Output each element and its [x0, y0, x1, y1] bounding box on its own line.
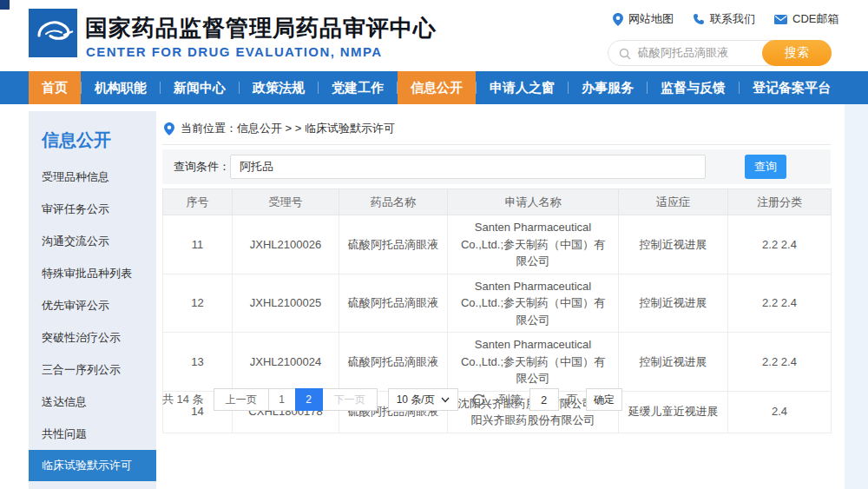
cell-seq-no: 13	[163, 333, 233, 392]
cell-registration-class: 2.4	[728, 391, 832, 433]
col-header-registration-class: 注册分类	[728, 189, 832, 215]
table-header-row: 序号 受理号 药品名称 申请人名称 适应症 注册分类	[163, 189, 832, 215]
breadcrumb-pin-icon	[164, 122, 174, 135]
nav-item-services[interactable]: 办事服务	[569, 71, 647, 104]
total-count-label: 共 14 条	[162, 392, 204, 407]
sidebar-title: 信息公开	[29, 111, 156, 161]
goto-page-label: 到第	[499, 392, 522, 407]
sidebar-item-special-approval-list[interactable]: 特殊审批品种列表	[29, 257, 156, 289]
page-subtitle: CENTER FOR DRUG EVALUATION, NMPA	[86, 44, 382, 59]
sidebar-item-common-issues[interactable]: 共性问题	[29, 418, 156, 450]
cell-seq-no: 12	[163, 274, 233, 333]
goto-page-input[interactable]	[529, 388, 559, 411]
cell-applicant-name: Santen Pharmaceutical Co.,Ltd.;参天制药（中国）有…	[448, 215, 619, 274]
pagination-bar: 共 14 条 上一页 1 2 下一页 10 条/页 到第 页 确定	[162, 388, 622, 411]
cde-bird-logo-icon	[29, 9, 77, 57]
sitemap-link[interactable]: 网站地图	[613, 11, 674, 27]
site-search-box: 搜索	[608, 40, 832, 66]
cell-applicant-name: Santen Pharmaceutical Co.,Ltd.;参天制药（中国）有…	[448, 333, 619, 392]
nav-item-applicant-window[interactable]: 申请人之窗	[477, 71, 568, 104]
cell-acceptance-no: JXHL2100025	[233, 274, 339, 333]
table-row: 12 JXHL2100025 硫酸阿托品滴眼液 Santen Pharmaceu…	[163, 274, 832, 333]
chevron-down-icon	[441, 397, 450, 403]
page-1-button[interactable]: 1	[268, 388, 296, 411]
sidebar-item-clinical-trial-implied-license[interactable]: 临床试验默示许可	[29, 450, 156, 481]
sidebar-item-review-tasks[interactable]: 审评任务公示	[29, 193, 156, 225]
cell-applicant-name: Santen Pharmaceutical Co.,Ltd.;参天制药（中国）有…	[448, 274, 619, 333]
sidebar-item-delivery-info[interactable]: 送达信息	[29, 386, 156, 418]
cell-indication: 控制近视进展	[619, 274, 728, 333]
col-header-seq-no: 序号	[163, 189, 233, 215]
main-navigation: 首页 机构职能 新闻中心 政策法规 党建工作 信息公开 申请人之窗 办事服务 监…	[0, 71, 868, 104]
header-utility-links: 网站地图 联系我们 CDE邮箱	[613, 11, 838, 27]
nav-item-supervision-feedback[interactable]: 监督与反馈	[648, 71, 739, 104]
sidebar-item-priority-review[interactable]: 优先审评公示	[29, 289, 156, 321]
cell-registration-class: 2.2 2.4	[728, 274, 832, 333]
col-header-applicant-name: 申请人名称	[448, 189, 619, 215]
cell-registration-class: 2.2 2.4	[728, 215, 832, 274]
site-search-button[interactable]: 搜索	[762, 40, 832, 66]
page-size-select[interactable]: 10 条/页	[388, 388, 458, 411]
cde-mail-link-label: CDE邮箱	[792, 11, 838, 27]
nav-item-information-disclosure[interactable]: 信息公开	[398, 71, 476, 104]
cell-seq-no: 11	[163, 215, 233, 274]
contact-us-link[interactable]: 联系我们	[693, 11, 755, 27]
site-search-input[interactable]	[638, 42, 760, 64]
sidebar-item-breakthrough-therapy[interactable]: 突破性治疗公示	[29, 321, 156, 354]
cde-website-page: 国家药品监督管理局药品审评中心 CENTER FOR DRUG EVALUATI…	[0, 0, 868, 489]
query-condition-input[interactable]	[230, 155, 706, 179]
col-header-drug-name: 药品名称	[339, 189, 448, 215]
cell-acceptance-no: JXHL2100026	[233, 215, 339, 274]
corner-decoration	[0, 0, 10, 10]
nav-item-registration-platform[interactable]: 登记备案平台	[740, 71, 844, 104]
cell-acceptance-no: JXHL2100024	[233, 333, 339, 392]
query-bar: 查询条件： 查询	[162, 149, 831, 184]
cde-logo[interactable]	[29, 9, 77, 57]
cell-indication: 控制近视进展	[619, 333, 728, 392]
nav-item-party-building[interactable]: 党建工作	[319, 71, 397, 104]
table-row: 11 JXHL2100026 硫酸阿托品滴眼液 Santen Pharmaceu…	[163, 215, 832, 274]
cde-mail-link[interactable]: CDE邮箱	[774, 11, 838, 27]
query-button[interactable]: 查询	[745, 155, 786, 179]
mail-icon	[774, 15, 787, 24]
sitemap-link-label: 网站地图	[628, 11, 674, 27]
page-title: 国家药品监督管理局药品审评中心	[85, 13, 437, 43]
right-background-strip	[845, 104, 868, 489]
nav-item-home[interactable]: 首页	[29, 71, 81, 104]
cell-indication: 延缓儿童近视进展	[619, 391, 728, 433]
breadcrumb-text: 当前位置：信息公开 > > 临床试验默示许可	[181, 121, 395, 136]
page-button-group: 上一页 1 2 下一页	[214, 388, 378, 411]
nav-item-policies[interactable]: 政策法规	[240, 71, 318, 104]
page-2-button[interactable]: 2	[295, 388, 323, 411]
location-pin-icon	[613, 13, 623, 26]
cell-indication: 控制近视进展	[619, 215, 728, 274]
col-header-indication: 适应症	[619, 189, 728, 215]
cell-drug-name: 硫酸阿托品滴眼液	[339, 333, 448, 392]
nav-item-functions[interactable]: 机构职能	[82, 71, 160, 104]
contact-us-link-label: 联系我们	[710, 11, 755, 27]
nav-item-news[interactable]: 新闻中心	[161, 71, 239, 104]
cell-registration-class: 2.2 2.4	[728, 333, 832, 392]
page-size-value: 10 条/页	[397, 393, 435, 407]
sidebar-item-communication[interactable]: 沟通交流公示	[29, 225, 156, 257]
sidebar: 信息公开 受理品种信息 审评任务公示 沟通交流公示 特殊审批品种列表 优先审评公…	[29, 111, 156, 489]
table-row: 13 JXHL2100024 硫酸阿托品滴眼液 Santen Pharmaceu…	[163, 333, 832, 392]
goto-confirm-button[interactable]: 确定	[586, 388, 622, 411]
breadcrumb: 当前位置：信息公开 > > 临床试验默示许可	[164, 121, 395, 136]
prev-page-button[interactable]: 上一页	[214, 388, 269, 411]
sidebar-item-three-in-one-sequence[interactable]: 三合一序列公示	[29, 354, 156, 386]
refresh-icon	[471, 393, 486, 407]
phone-icon	[693, 13, 705, 25]
refresh-button[interactable]	[471, 393, 486, 407]
cell-drug-name: 硫酸阿托品滴眼液	[339, 274, 448, 333]
content-divider	[162, 144, 831, 145]
next-page-button[interactable]: 下一页	[322, 388, 378, 411]
search-icon	[619, 48, 631, 60]
col-header-acceptance-no: 受理号	[233, 189, 339, 215]
query-condition-label: 查询条件：	[174, 149, 230, 184]
goto-page-unit: 页	[567, 392, 578, 407]
cell-drug-name: 硫酸阿托品滴眼液	[339, 215, 448, 274]
sidebar-item-accepted-varieties[interactable]: 受理品种信息	[29, 161, 156, 193]
